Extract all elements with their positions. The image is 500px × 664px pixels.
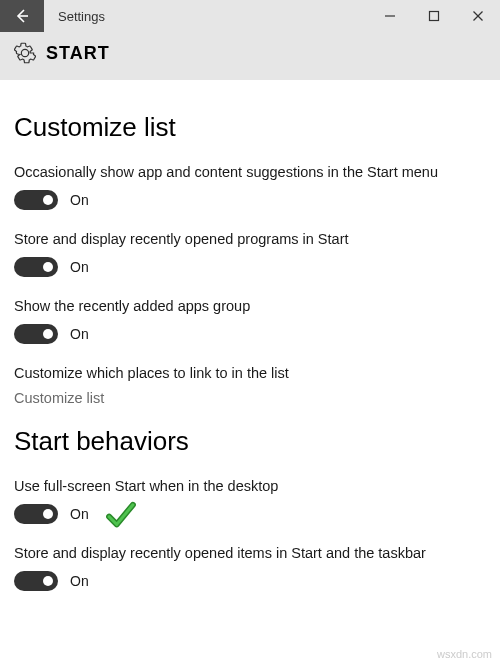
setting-row: Store and display recently opened items … (14, 544, 486, 591)
section-heading-behaviors: Start behaviors (14, 426, 486, 457)
page-header: START (0, 32, 500, 80)
content-area: Customize list Occasionally show app and… (0, 80, 500, 591)
gear-icon (14, 42, 36, 64)
maximize-icon (428, 10, 440, 22)
setting-row: Occasionally show app and content sugges… (14, 163, 486, 210)
section-heading-customize: Customize list (14, 112, 486, 143)
close-button[interactable] (456, 0, 500, 32)
toggle-recent-apps-group[interactable] (14, 324, 58, 344)
page-title: START (46, 43, 110, 64)
window-title: Settings (44, 0, 368, 32)
toggle-suggestions[interactable] (14, 190, 58, 210)
toggle-wrap: On (14, 504, 486, 524)
setting-label: Occasionally show app and content sugges… (14, 163, 486, 182)
checkmark-icon (104, 498, 138, 532)
toggle-state: On (70, 192, 89, 208)
minimize-button[interactable] (368, 0, 412, 32)
customize-list-link[interactable]: Customize list (14, 390, 486, 406)
setting-row: Customize which places to link to in the… (14, 364, 486, 407)
toggle-state: On (70, 506, 89, 522)
toggle-state: On (70, 573, 89, 589)
toggle-knob (43, 262, 53, 272)
maximize-button[interactable] (412, 0, 456, 32)
setting-row: Show the recently added apps group On (14, 297, 486, 344)
toggle-state: On (70, 259, 89, 275)
window-controls (368, 0, 500, 32)
toggle-state: On (70, 326, 89, 342)
toggle-wrap: On (14, 190, 486, 210)
setting-row: Use full-screen Start when in the deskto… (14, 477, 486, 524)
toggle-wrap: On (14, 324, 486, 344)
toggle-knob (43, 509, 53, 519)
back-button[interactable] (0, 0, 44, 32)
watermark: wsxdn.com (437, 648, 492, 660)
setting-label: Show the recently added apps group (14, 297, 486, 316)
titlebar: Settings (0, 0, 500, 32)
toggle-knob (43, 329, 53, 339)
setting-label: Store and display recently opened items … (14, 544, 486, 563)
setting-label: Store and display recently opened progra… (14, 230, 486, 249)
setting-label: Customize which places to link to in the… (14, 364, 486, 383)
toggle-wrap: On (14, 257, 486, 277)
toggle-knob (43, 195, 53, 205)
toggle-wrap: On (14, 571, 486, 591)
back-arrow-icon (14, 8, 30, 24)
toggle-recent-programs[interactable] (14, 257, 58, 277)
setting-label: Use full-screen Start when in the deskto… (14, 477, 486, 496)
setting-row: Store and display recently opened progra… (14, 230, 486, 277)
svg-rect-1 (430, 12, 439, 21)
toggle-knob (43, 576, 53, 586)
toggle-fullscreen-start[interactable] (14, 504, 58, 524)
toggle-recent-items-taskbar[interactable] (14, 571, 58, 591)
close-icon (472, 10, 484, 22)
minimize-icon (384, 10, 396, 22)
